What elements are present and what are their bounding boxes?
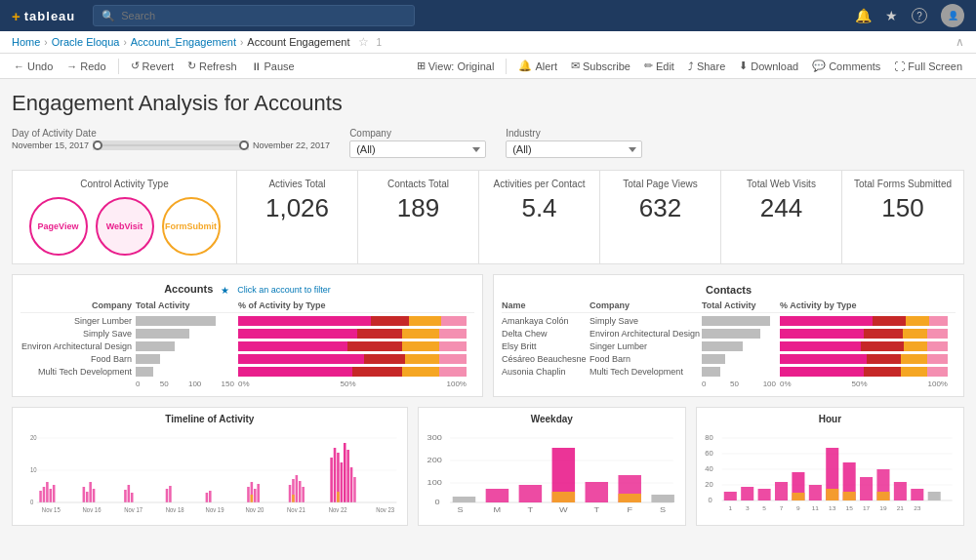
svg-rect-8 <box>83 487 86 502</box>
subscribe-button[interactable]: ✉ Subscribe <box>565 58 636 74</box>
table-row[interactable]: Environ Architectural Design <box>20 341 474 351</box>
edit-button[interactable]: ✏ Edit <box>638 58 680 74</box>
timeline-title: Timeline of Activity <box>19 414 401 424</box>
hour-title: Hour <box>703 414 957 424</box>
svg-rect-82 <box>826 489 838 500</box>
acc-col-activity: Total Activity <box>136 300 238 310</box>
revert-label: Revert <box>142 60 174 72</box>
svg-text:11: 11 <box>812 504 820 511</box>
revert-button[interactable]: ↺ Revert <box>125 58 180 74</box>
kpi-fs-label: Total Forms Submitted <box>852 179 954 189</box>
refresh-button[interactable]: ↻ Refresh <box>182 58 243 74</box>
webvisit-circle[interactable]: WebVisit <box>96 197 154 256</box>
svg-rect-35 <box>353 477 356 502</box>
undo-button[interactable]: ← Undo <box>8 59 59 74</box>
svg-rect-87 <box>876 492 889 500</box>
share-button[interactable]: ⤴ Share <box>682 59 731 74</box>
breadcrumb-engagement[interactable]: Account_Engagement <box>131 36 236 48</box>
account-filter-link[interactable]: Click an account to filter <box>237 285 331 295</box>
pause-button[interactable]: ⏸ Pause <box>245 59 301 74</box>
breadcrumb-current: Account Engagement <box>247 36 349 48</box>
svg-rect-12 <box>124 490 127 502</box>
table-row[interactable]: Singer Lumber <box>20 316 474 326</box>
svg-rect-53 <box>585 482 608 502</box>
company-select[interactable]: (All) <box>349 140 486 158</box>
svg-rect-10 <box>89 482 92 502</box>
table-row[interactable]: Elsy Britt Singer Lumber <box>502 341 956 351</box>
svg-rect-74 <box>724 492 737 500</box>
svg-text:20: 20 <box>705 480 712 489</box>
user-avatar[interactable]: 👤 <box>941 4 964 27</box>
full-screen-button[interactable]: ⛶ Full Screen <box>888 59 968 74</box>
industry-select[interactable]: (All) <box>506 140 642 158</box>
acc-axis-150: 150 <box>222 380 234 388</box>
alert-button[interactable]: 🔔 Alert <box>512 58 563 74</box>
alert-label: Alert <box>535 60 557 72</box>
table-row[interactable]: Césáreo Beauchesne Food Barn <box>502 354 956 364</box>
table-row[interactable]: Amankaya Colón Simply Save <box>502 316 956 326</box>
kpi-contacts-total: Contacts Total 189 <box>358 171 479 263</box>
con-pct-0: 0% <box>780 380 792 388</box>
slider-track[interactable] <box>93 140 249 150</box>
weekday-title: Weekday <box>425 414 679 424</box>
acc-col-company: Company <box>20 300 136 310</box>
bell-icon[interactable]: 🔔 <box>855 8 872 23</box>
table-row[interactable]: Food Barn <box>20 354 474 364</box>
svg-text:0: 0 <box>708 496 712 504</box>
kpi-activities-total: Activies Total 1,026 <box>237 171 358 263</box>
svg-text:80: 80 <box>705 433 712 442</box>
svg-text:21: 21 <box>897 504 905 511</box>
search-input[interactable] <box>121 10 406 21</box>
download-icon: ⬇ <box>739 60 748 72</box>
accounts-table-body: Singer Lumber <box>20 316 474 377</box>
svg-rect-52 <box>551 492 575 502</box>
breadcrumb-sep1: › <box>44 37 47 48</box>
help-icon[interactable]: ? <box>912 8 927 23</box>
search-bar[interactable]: 🔍 <box>93 5 415 26</box>
formsubmit-circle[interactable]: FormSubmit <box>162 197 221 256</box>
acc-pct-100: 100% <box>447 380 467 388</box>
table-row[interactable]: Ausonia Chaplin Multi Tech Development <box>502 367 956 377</box>
download-label: Download <box>751 60 798 72</box>
control-label: Control Activity Type <box>22 179 226 189</box>
kpi-web-visits: Total Web Visits 244 <box>721 171 842 263</box>
redo-button[interactable]: → Redo <box>61 59 111 74</box>
activity-circles: PageView WebVisit FormSubmit <box>22 197 226 256</box>
con-pct-50: 50% <box>852 380 868 388</box>
filters-row: Day of Activity Date November 15, 2017 N… <box>12 128 964 158</box>
view-original-button[interactable]: ⊞ View: Original <box>411 58 501 74</box>
toolbar: ← Undo → Redo ↺ Revert ↻ Refresh ⏸ Pause… <box>0 54 976 79</box>
table-row[interactable]: Delta Chew Environ Architectural Design <box>502 329 956 339</box>
table-row[interactable]: Simply Save <box>20 329 474 339</box>
slider-right-handle[interactable] <box>239 140 249 150</box>
breadcrumb-home[interactable]: Home <box>12 36 40 48</box>
undo-icon: ← <box>14 60 24 72</box>
svg-rect-84 <box>842 492 855 500</box>
x-label-nov23: Nov 23 <box>376 506 394 514</box>
svg-rect-49 <box>485 489 508 502</box>
star-icon[interactable]: ★ <box>885 8 898 23</box>
slider-left-handle[interactable] <box>93 140 102 150</box>
svg-rect-13 <box>128 485 131 502</box>
breadcrumb-collapse-icon[interactable]: ∧ <box>956 35 964 49</box>
kpi-pv-label: Total Page Views <box>610 179 711 189</box>
pageview-circle[interactable]: PageView <box>29 197 88 256</box>
breadcrumb-oracle[interactable]: Oracle Eloqua <box>52 36 120 48</box>
breadcrumb-star-icon[interactable]: ☆ <box>358 35 369 49</box>
svg-rect-5 <box>46 482 49 502</box>
date-range-slider[interactable]: November 15, 2017 November 22, 2017 <box>12 140 330 150</box>
comments-button[interactable]: 💬 Comments <box>806 58 886 74</box>
share-label: Share <box>697 60 725 72</box>
con-col-activity: Total Activity <box>702 300 780 310</box>
download-button[interactable]: ⬇ Download <box>733 58 804 74</box>
table-row[interactable]: Multi Tech Development <box>20 367 474 377</box>
kpi-wv-label: Total Web Visits <box>731 179 832 189</box>
con-axis-0: 0 <box>702 380 706 388</box>
kpi-activities-label: Activies Total <box>247 179 347 189</box>
svg-text:300: 300 <box>427 434 442 442</box>
svg-rect-3 <box>39 491 42 502</box>
weekday-chart: 300 200 100 0 <box>425 428 679 519</box>
accounts-title: Accounts <box>164 283 213 295</box>
breadcrumb-count: 1 <box>377 37 383 48</box>
breadcrumb-sep3: › <box>240 37 243 48</box>
